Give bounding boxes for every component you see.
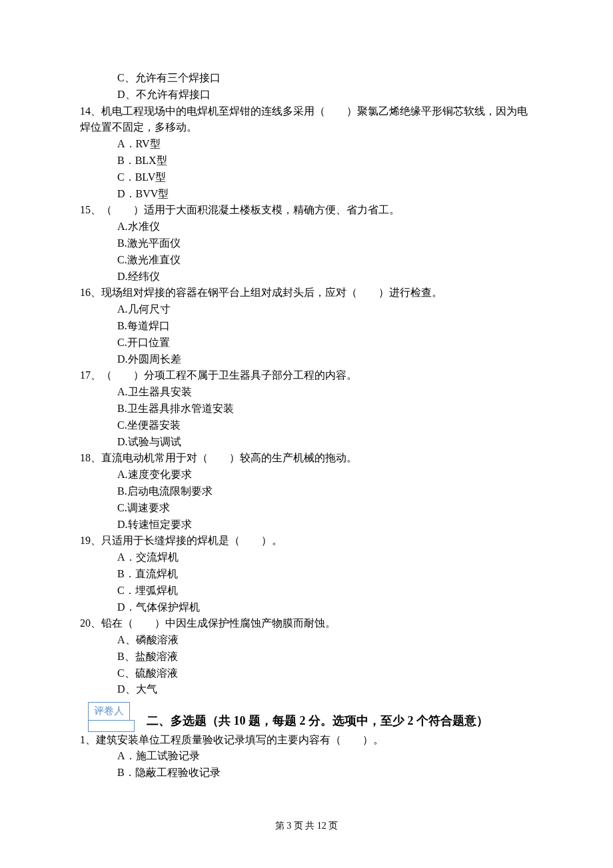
q14-option-a: A．RV型 <box>117 136 533 153</box>
q20-option-a: A、磷酸溶液 <box>117 632 533 649</box>
q18-option-c: C.调速要求 <box>117 500 533 517</box>
q17-stem: 17、（ ）分项工程不属于卫生器具子部分工程的内容。 <box>80 367 533 384</box>
q15-option-a: A.水准仪 <box>117 219 533 235</box>
q16-stem: 16、现场组对焊接的容器在钢平台上组对成封头后，应对（ ）进行检查。 <box>80 285 533 301</box>
q19-option-d: D．气体保护焊机 <box>117 599 533 616</box>
q14-option-b: B．BLX型 <box>117 153 533 169</box>
q20-stem: 20、铅在（ ）中因生成保护性腐蚀产物膜而耐蚀。 <box>80 615 533 632</box>
q13-option-c: C、允许有三个焊接口 <box>117 70 533 87</box>
q18-stem: 18、直流电动机常用于对（ ）较高的生产机械的拖动。 <box>80 450 533 467</box>
q15-option-d: D.经纬仪 <box>117 269 533 285</box>
grader-box-group: 评卷人 <box>80 702 135 731</box>
q20-option-d: D、大气 <box>117 681 533 698</box>
q18-option-a: A.速度变化要求 <box>117 467 533 483</box>
q16-option-d: D.外圆周长差 <box>117 351 533 368</box>
q17-option-c: C.坐便器安装 <box>117 417 533 434</box>
q16-option-b: B.每道焊口 <box>117 318 533 335</box>
q18-option-b: B.启动电流限制要求 <box>117 483 533 500</box>
q19-option-c: C．埋弧焊机 <box>117 583 533 599</box>
q14-option-d: D．BVV型 <box>117 186 533 203</box>
grader-label: 评卷人 <box>88 702 130 720</box>
q15-stem: 15、（ ）适用于大面积混凝土楼板支模，精确方便、省力省工。 <box>80 202 533 219</box>
q19-option-b: B．直流焊机 <box>117 566 533 583</box>
mq1-option-a: A．施工试验记录 <box>117 748 533 765</box>
q15-option-b: B.激光平面仪 <box>117 235 533 252</box>
mq1-option-b: B．隐蔽工程验收记录 <box>117 765 533 781</box>
q16-option-c: C.开口位置 <box>117 335 533 351</box>
q13-option-d: D、不允许有焊接口 <box>117 87 533 103</box>
q20-option-b: B、盐酸溶液 <box>117 649 533 665</box>
q20-option-c: C、硫酸溶液 <box>117 665 533 682</box>
grader-score-box <box>88 720 135 732</box>
q14-stem: 14、机电工程现场中的电焊机至焊钳的连线多采用（ ）聚氯乙烯绝缘平形铜芯软线，因… <box>80 103 533 137</box>
q18-option-d: D.转速恒定要求 <box>117 517 533 533</box>
q17-option-d: D.试验与调试 <box>117 434 533 451</box>
q14-option-c: C．BLV型 <box>117 169 533 186</box>
q15-option-c: C.激光准直仪 <box>117 252 533 269</box>
q19-stem: 19、只适用于长缝焊接的焊机是（ ）。 <box>80 533 533 549</box>
q17-option-a: A.卫生器具安装 <box>117 384 533 401</box>
section-2-title: 二、多选题（共 10 题，每题 2 分。选项中，至少 2 个符合题意） <box>135 712 533 732</box>
q16-option-a: A.几何尺寸 <box>117 301 533 318</box>
mq1-stem: 1、建筑安装单位工程质量验收记录填写的主要内容有（ ）。 <box>80 732 533 749</box>
page-footer: 第 3 页 共 12 页 <box>80 819 533 833</box>
q17-option-b: B.卫生器具排水管道安装 <box>117 401 533 417</box>
q19-option-a: A．交流焊机 <box>117 549 533 566</box>
